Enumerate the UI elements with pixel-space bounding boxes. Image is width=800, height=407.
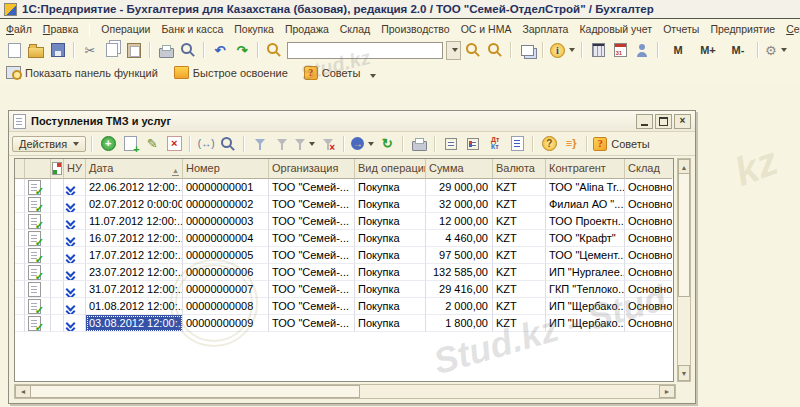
menu-item[interactable]: Операции [101, 23, 150, 35]
operation-cell[interactable]: Покупка [355, 213, 426, 230]
contractor-cell[interactable]: ТОО "Alina Tr... [546, 179, 625, 196]
operation-cell[interactable]: Покупка [355, 196, 426, 213]
date-cell[interactable]: 17.07.2012 12:00:... [86, 247, 183, 264]
structure-button[interactable]: ≡} [561, 134, 581, 154]
list-view-button[interactable] [441, 134, 461, 154]
scroll-right-button[interactable]: ► [659, 385, 675, 398]
number-cell[interactable]: 00000000006 [183, 264, 269, 281]
menu-item[interactable]: ОС и НМА [461, 23, 512, 35]
filter-history-button[interactable] [294, 134, 316, 154]
contractor-cell[interactable]: ИП "Нургалее... [546, 264, 625, 281]
show-function-panel-button[interactable]: Показать панель функций [6, 66, 158, 79]
number-cell[interactable]: 00000000004 [183, 230, 269, 247]
table-row[interactable]: 31.07.2012 12:00:... 00000000007 ТОО "Се… [15, 281, 673, 298]
date-cell[interactable]: 23.07.2012 12:00:... [86, 264, 183, 281]
calculator-button[interactable] [588, 40, 608, 60]
currency-cell[interactable]: KZT [493, 213, 546, 230]
scroll-left-button[interactable]: ◄ [15, 385, 31, 398]
warehouse-cell[interactable]: Основной [625, 196, 672, 213]
currency-cell[interactable]: KZT [493, 230, 546, 247]
organization-cell[interactable]: ТОО "Семей-... [269, 298, 355, 315]
cut-button[interactable]: ✂ [80, 40, 100, 60]
user-button[interactable] [632, 40, 652, 60]
contractor-cell[interactable]: ИП "Щербако... [546, 315, 625, 332]
table-row[interactable]: 16.07.2012 12:00:... 00000000004 ТОО "Се… [15, 230, 673, 247]
organization-cell[interactable]: ТОО "Семей-... [269, 213, 355, 230]
set-filter-button[interactable] [250, 134, 270, 154]
contractor-cell[interactable]: Филиал АО "... [546, 196, 625, 213]
list-settings-button[interactable] [463, 134, 483, 154]
edit-button[interactable]: ✎ [142, 134, 162, 154]
menu-item[interactable]: Зарплата [522, 23, 568, 35]
header-nu[interactable]: НУ [64, 159, 86, 179]
menu-item[interactable]: Банк и касса [161, 23, 223, 35]
date-cell[interactable]: 03.08.2012 12:00:... [86, 315, 183, 332]
menu-item[interactable]: Производство [381, 23, 449, 35]
operation-cell[interactable]: Покупка [355, 264, 426, 281]
currency-cell[interactable]: KZT [493, 264, 546, 281]
redo-button[interactable]: ↷ [232, 40, 252, 60]
warehouse-cell[interactable]: Основной [625, 298, 672, 315]
number-cell[interactable]: 00000000008 [183, 298, 269, 315]
table-row[interactable]: 02.07.2012 0:00:00 00000000002 ТОО "Семе… [15, 196, 673, 213]
number-cell[interactable]: 00000000005 [183, 247, 269, 264]
contractor-cell[interactable]: ТОО Проектн... [546, 213, 625, 230]
find-by-number-button[interactable] [218, 134, 238, 154]
memory-m-minus-button[interactable]: M- [724, 40, 752, 60]
sum-cell[interactable]: 29 416,00 [426, 281, 493, 298]
menu-item[interactable]: Сервис [786, 23, 800, 35]
header-date[interactable]: Дата▲ [86, 159, 183, 179]
sum-cell[interactable]: 97 500,00 [426, 247, 493, 264]
filter-by-value-button[interactable] [272, 134, 292, 154]
menu-item[interactable]: Кадровый учет [579, 23, 652, 35]
info-button[interactable]: i [549, 40, 576, 60]
horizontal-scrollbar[interactable]: ◄ ► [14, 384, 676, 399]
operation-cell[interactable]: Покупка [355, 230, 426, 247]
header-currency[interactable]: Валюта [493, 159, 546, 179]
operation-cell[interactable]: Покупка [355, 315, 426, 332]
nu-cell[interactable] [64, 230, 86, 247]
nu-cell[interactable] [64, 281, 86, 298]
open-windows-button[interactable] [517, 40, 537, 60]
currency-cell[interactable]: KZT [493, 196, 546, 213]
minimize-button[interactable] [636, 114, 653, 129]
warehouse-cell[interactable]: Основной [625, 247, 672, 264]
number-cell[interactable]: 00000000002 [183, 196, 269, 213]
copy-item-button[interactable] [120, 134, 140, 154]
sum-cell[interactable]: 4 460,00 [426, 230, 493, 247]
clear-filter-button[interactable] [318, 134, 338, 154]
search-dropdown-button[interactable] [446, 41, 461, 60]
table-row[interactable]: 11.07.2012 12:00:... 00000000003 ТОО "Се… [15, 213, 673, 230]
search-input[interactable] [287, 42, 443, 59]
sum-cell[interactable]: 132 585,00 [426, 264, 493, 281]
sum-cell[interactable]: 29 000,00 [426, 179, 493, 196]
header-sum[interactable]: Сумма [426, 159, 493, 179]
menu-item[interactable]: Правка [43, 23, 78, 35]
maximize-button[interactable] [655, 114, 672, 129]
menu-item[interactable]: Файл [6, 23, 32, 35]
operation-cell[interactable]: Покупка [355, 281, 426, 298]
actions-menu-button[interactable]: Действия [12, 136, 86, 152]
menu-item[interactable]: Продажа [285, 23, 329, 35]
currency-cell[interactable]: KZT [493, 315, 546, 332]
warehouse-cell[interactable]: Основной [625, 281, 672, 298]
operation-cell[interactable]: Покупка [355, 298, 426, 315]
vertical-scrollbar[interactable]: ▲ ▼ [677, 158, 691, 382]
sum-cell[interactable]: 32 000,00 [426, 196, 493, 213]
warehouse-cell[interactable]: Основной [625, 230, 672, 247]
nu-cell[interactable] [64, 213, 86, 230]
copy-button[interactable] [102, 40, 122, 60]
add-button[interactable]: + [98, 134, 118, 154]
nu-cell[interactable] [64, 298, 86, 315]
number-cell[interactable]: 00000000003 [183, 213, 269, 230]
window-tips-button[interactable]: ? Советы [593, 137, 649, 151]
currency-cell[interactable]: KZT [493, 247, 546, 264]
open-button[interactable] [26, 40, 46, 60]
print-preview-button[interactable] [178, 40, 198, 60]
print-list-button[interactable] [409, 134, 429, 154]
nu-cell[interactable] [64, 264, 86, 281]
sum-cell[interactable]: 12 000,00 [426, 213, 493, 230]
calendar-button[interactable] [610, 40, 630, 60]
close-button[interactable]: × [674, 114, 691, 129]
warehouse-cell[interactable]: Основной [625, 264, 672, 281]
